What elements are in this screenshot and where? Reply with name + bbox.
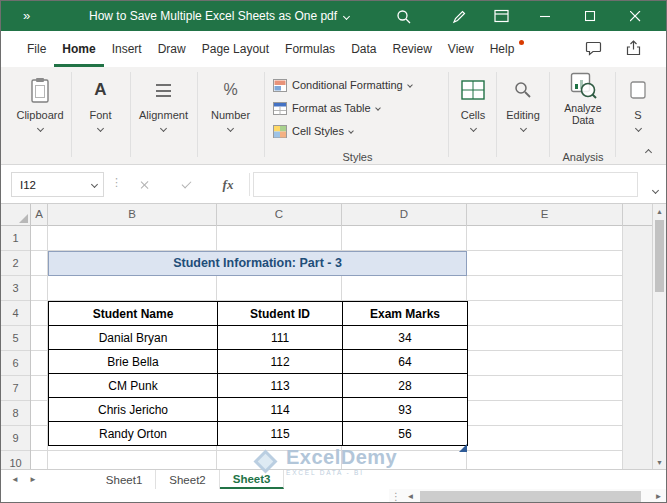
conditional-formatting-button[interactable]: Conditional Formatting [273, 75, 412, 95]
insert-function-button[interactable]: fx [215, 172, 241, 197]
tab-view[interactable]: View [440, 31, 482, 67]
expand-formula-bar-chevron-icon[interactable] [653, 179, 658, 197]
row-header-4[interactable]: 4 [1, 301, 30, 326]
tab-formulas[interactable]: Formulas [277, 31, 343, 67]
fx-icon: fx [223, 177, 234, 193]
sheet-nav-left-icon[interactable]: ◄ [11, 475, 19, 484]
row-header-2[interactable]: 2 [1, 251, 30, 276]
ribbon-group-number[interactable]: % Number [199, 73, 262, 153]
cell-id[interactable]: 112 [218, 350, 343, 374]
cell-name[interactable]: Randy Orton [49, 422, 218, 446]
header-exam-marks[interactable]: Exam Marks [343, 302, 468, 326]
vertical-scrollbar-thumb[interactable] [655, 220, 664, 292]
ribbon-separator [130, 72, 131, 157]
tab-scroll-splitter[interactable]: ⋮ [389, 491, 403, 502]
quick-access-overflow-chevron[interactable]: » [23, 8, 30, 23]
row-header-10[interactable]: 10 [1, 451, 30, 469]
scroll-down-arrow-icon[interactable]: ▼ [653, 455, 666, 469]
ribbon-display-options-icon[interactable] [487, 1, 515, 31]
window-title[interactable]: How to Save Multiple Excel Sheets as One… [89, 1, 349, 31]
cell-marks[interactable]: 56 [343, 422, 468, 446]
cell-name[interactable]: CM Punk [49, 374, 218, 398]
comments-icon[interactable] [585, 40, 603, 61]
alignment-dropdown-chevron-icon [160, 125, 167, 132]
title-banner-cell[interactable]: Student Information: Part - 3 [48, 251, 467, 276]
row-header-1[interactable]: 1 [1, 226, 30, 251]
collapse-ribbon-button[interactable] [640, 145, 656, 159]
conditional-formatting-label: Conditional Formatting [292, 79, 403, 91]
alignment-icon [156, 73, 171, 107]
tab-page-layout[interactable]: Page Layout [194, 31, 277, 67]
analyze-data-button[interactable]: Analyze Data [552, 72, 614, 126]
tab-insert[interactable]: Insert [104, 31, 150, 67]
header-student-name[interactable]: Student Name [49, 302, 218, 326]
column-header-c[interactable]: C [217, 204, 342, 226]
cell-id[interactable]: 111 [218, 326, 343, 350]
tab-home[interactable]: Home [54, 31, 103, 67]
row-header-5[interactable]: 5 [1, 326, 30, 351]
cells-area[interactable]: Student Information: Part - 3 Student Na… [31, 226, 652, 469]
cell-marks[interactable]: 28 [343, 374, 468, 398]
cell-name[interactable]: Brie Bella [49, 350, 218, 374]
sheet-nav-right-icon[interactable]: ► [29, 475, 37, 484]
cell-id[interactable]: 113 [218, 374, 343, 398]
cancel-x-icon [139, 180, 149, 190]
analysis-group-label: Analysis [552, 151, 614, 163]
cell-name[interactable]: Chris Jericho [49, 398, 218, 422]
formula-bar-grip: ⋮ [111, 176, 122, 189]
ribbon-group-cells[interactable]: Cells [451, 73, 495, 153]
tab-review[interactable]: Review [384, 31, 439, 67]
tab-draw[interactable]: Draw [150, 31, 194, 67]
header-student-id[interactable]: Student ID [218, 302, 343, 326]
maximize-button[interactable] [568, 1, 613, 31]
cancel-entry-button[interactable] [131, 172, 157, 197]
minimize-button[interactable] [523, 1, 568, 31]
cell-id[interactable]: 114 [218, 398, 343, 422]
formula-input[interactable] [253, 172, 638, 197]
sheet-tab-sheet1[interactable]: Sheet1 [93, 470, 156, 489]
cell-marks[interactable]: 34 [343, 326, 468, 350]
sheet-tab-sheet3[interactable]: Sheet3 [220, 470, 285, 489]
format-as-table-button[interactable]: Format as Table [273, 98, 380, 118]
sheet-tab-sheet2[interactable]: Sheet2 [156, 470, 219, 489]
scroll-up-arrow-icon[interactable]: ▲ [653, 204, 666, 218]
scroll-right-arrow-icon[interactable]: ► [651, 492, 666, 501]
ribbon-group-font[interactable]: A Font [73, 73, 128, 153]
select-all-corner[interactable] [1, 204, 31, 226]
clipboard-group-label: Clipboard [16, 109, 63, 121]
draw-pencil-icon[interactable] [445, 1, 473, 31]
cell-marks[interactable]: 64 [343, 350, 468, 374]
row-header-7[interactable]: 7 [1, 376, 30, 401]
cell-styles-button[interactable]: Cell Styles [273, 121, 353, 141]
ribbon-group-clipboard[interactable]: Clipboard [11, 73, 69, 153]
ribbon-group-alignment[interactable]: Alignment [132, 73, 195, 153]
vertical-scrollbar[interactable]: ▲ ▼ [652, 204, 666, 469]
tab-data[interactable]: Data [343, 31, 384, 67]
column-header-e[interactable]: E [467, 204, 623, 226]
cell-styles-label: Cell Styles [292, 125, 344, 137]
row-header-9[interactable]: 9 [1, 426, 30, 451]
share-icon[interactable] [625, 40, 642, 60]
ribbon-group-editing[interactable]: Editing [498, 73, 548, 153]
search-icon[interactable] [389, 1, 417, 31]
horizontal-scrollbar-thumb[interactable] [420, 491, 641, 502]
column-header-a[interactable]: A [31, 204, 48, 226]
cell-name[interactable]: Danial Bryan [49, 326, 218, 350]
name-box[interactable]: I12 [11, 172, 104, 197]
cell-id[interactable]: 115 [218, 422, 343, 446]
partial-group-label: S [634, 109, 641, 121]
cell-marks[interactable]: 93 [343, 398, 468, 422]
confirm-entry-button[interactable] [173, 172, 199, 197]
horizontal-scrollbar-track[interactable] [418, 489, 651, 503]
tab-help[interactable]: Help [482, 31, 523, 67]
close-button[interactable] [613, 1, 658, 31]
scroll-left-arrow-icon[interactable]: ◄ [403, 492, 418, 501]
row-header-8[interactable]: 8 [1, 401, 30, 426]
row-header-3[interactable]: 3 [1, 276, 30, 301]
ribbon-group-partial[interactable]: S [621, 73, 655, 131]
row-header-6[interactable]: 6 [1, 351, 30, 376]
column-header-d[interactable]: D [342, 204, 467, 226]
sheet-tabs: Sheet1 Sheet2 Sheet3 [93, 470, 285, 489]
column-header-b[interactable]: B [48, 204, 217, 226]
tab-file[interactable]: File [19, 31, 54, 67]
